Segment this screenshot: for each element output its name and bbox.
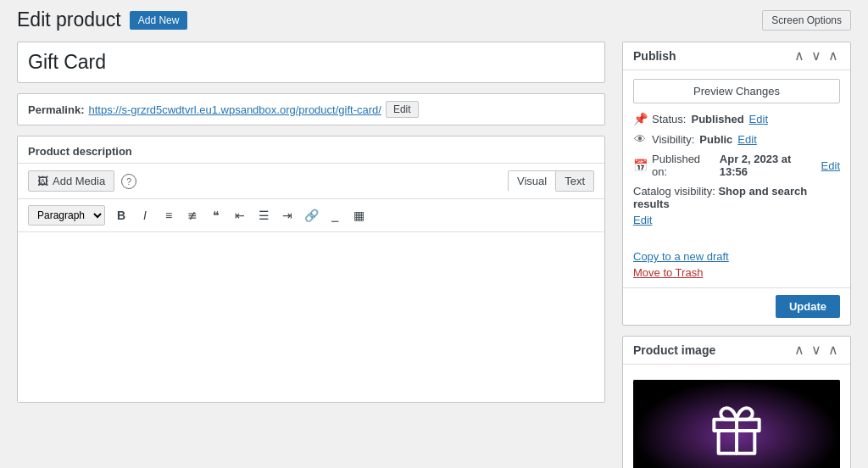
bold-button[interactable]: B <box>110 204 132 226</box>
update-button[interactable]: Update <box>776 295 840 318</box>
product-image-panel: Product image ∧ ∨ ∧ <box>622 336 851 468</box>
move-trash-link[interactable]: Move to Trash <box>633 266 840 279</box>
editor-toolbar-top: 🖼 Add Media ? Visual Text <box>18 164 604 199</box>
main-content: Permalink: https://s-grzrd5cwdtvrl.eu1.w… <box>17 42 851 468</box>
publish-footer-links: Copy to a new draft Move to Trash <box>623 243 850 287</box>
product-image-thumbnail[interactable] <box>633 380 840 468</box>
editor-box: Product description 🖼 Add Media ? Visual… <box>17 136 605 403</box>
published-on-edit-link[interactable]: Edit <box>821 159 840 172</box>
published-on-row: 📅 Published on: Apr 2, 2023 at 13:56 Edi… <box>633 153 840 178</box>
editor-title: Product description <box>28 145 132 158</box>
product-image-panel-body <box>623 365 850 468</box>
align-right-button[interactable]: ⇥ <box>276 204 298 226</box>
catalog-visibility-section: Catalog visibility: Shop and search resu… <box>633 185 840 226</box>
preview-changes-button[interactable]: Preview Changes <box>633 79 840 103</box>
permalink-label: Permalink: <box>28 103 84 116</box>
add-media-button[interactable]: 🖼 Add Media <box>28 170 114 192</box>
copy-draft-link[interactable]: Copy to a new draft <box>633 250 840 263</box>
sidebar: Publish ∧ ∨ ∧ Preview Changes 📌 Status: … <box>622 42 851 468</box>
italic-button[interactable]: I <box>134 204 156 226</box>
publish-collapse-button[interactable]: ∧ <box>826 49 840 63</box>
paragraph-select[interactable]: Paragraph <box>28 205 105 226</box>
page-header: Edit product Add New Screen Options <box>17 8 851 31</box>
visibility-value: Public <box>699 133 732 146</box>
help-icon[interactable]: ? <box>121 174 136 189</box>
align-left-button[interactable]: ⇤ <box>229 204 251 226</box>
publish-panel-controls: ∧ ∨ ∧ <box>793 49 840 63</box>
publish-panel: Publish ∧ ∨ ∧ Preview Changes 📌 Status: … <box>622 42 851 326</box>
publish-collapse-down-button[interactable]: ∨ <box>810 49 823 63</box>
pin-icon: 📌 <box>633 112 647 125</box>
text-tab[interactable]: Text <box>556 170 594 192</box>
product-image-collapse-button[interactable]: ∧ <box>826 343 840 357</box>
product-image-collapse-up-button[interactable]: ∧ <box>793 343 806 357</box>
catalog-visibility-edit-link[interactable]: Edit <box>633 214 840 226</box>
editor-format-bar: Paragraph B I ≡ ≢ ❝ ⇤ ☰ ⇥ 🔗 ⎯ ▦ <box>18 199 604 232</box>
visibility-label: Visibility: <box>652 133 694 146</box>
product-image-collapse-down-button[interactable]: ∨ <box>810 343 823 357</box>
publish-panel-title: Publish <box>633 49 676 63</box>
publish-panel-body: Preview Changes 📌 Status: Published Edit… <box>623 70 850 243</box>
content-left: Permalink: https://s-grzrd5cwdtvrl.eu1.w… <box>17 42 605 468</box>
page-title: Edit product <box>17 8 121 31</box>
product-image-panel-title: Product image <box>633 343 715 357</box>
editor-header: Product description <box>18 136 604 164</box>
catalog-visibility-label: Catalog visibility: <box>633 185 715 198</box>
edit-permalink-button[interactable]: Edit <box>386 101 419 118</box>
status-row: 📌 Status: Published Edit <box>633 112 840 125</box>
visibility-edit-link[interactable]: Edit <box>737 133 756 146</box>
calendar-icon: 📅 <box>633 159 647 172</box>
visibility-row: 👁 Visibility: Public Edit <box>633 132 840 146</box>
published-on-label: Published on: <box>652 153 715 178</box>
publish-panel-footer: Update <box>623 287 850 325</box>
permalink-row: Permalink: https://s-grzrd5cwdtvrl.eu1.w… <box>17 93 605 125</box>
add-new-button[interactable]: Add New <box>130 11 188 30</box>
eye-icon: 👁 <box>633 132 647 146</box>
publish-panel-header: Publish ∧ ∨ ∧ <box>623 42 850 70</box>
product-image-panel-header: Product image ∧ ∨ ∧ <box>623 337 850 365</box>
visual-text-tabs: Visual Text <box>508 170 594 192</box>
publish-collapse-up-button[interactable]: ∧ <box>793 49 806 63</box>
product-image-panel-controls: ∧ ∨ ∧ <box>793 343 840 357</box>
align-center-button[interactable]: ☰ <box>253 204 275 226</box>
editor-content-area[interactable] <box>18 232 604 402</box>
visual-tab[interactable]: Visual <box>508 170 556 192</box>
add-media-icon: 🖼 <box>37 175 48 187</box>
gift-icon <box>709 404 764 467</box>
unordered-list-button[interactable]: ≡ <box>158 204 180 226</box>
status-edit-link[interactable]: Edit <box>749 113 768 125</box>
link-button[interactable]: 🔗 <box>300 204 322 226</box>
published-on-value: Apr 2, 2023 at 13:56 <box>720 153 816 178</box>
screen-options-button[interactable]: Screen Options <box>762 10 851 31</box>
product-title-input[interactable] <box>17 42 605 83</box>
table-button[interactable]: ▦ <box>348 204 370 226</box>
permalink-link[interactable]: https://s-grzrd5cwdtvrl.eu1.wpsandbox.or… <box>88 103 381 116</box>
status-value: Published <box>691 113 743 125</box>
status-label: Status: <box>652 113 686 125</box>
add-media-label: Add Media <box>53 175 105 187</box>
ordered-list-button[interactable]: ≢ <box>181 204 203 226</box>
catalog-visibility-text: Catalog visibility: Shop and search resu… <box>633 185 840 210</box>
horizontal-rule-button[interactable]: ⎯ <box>324 204 346 226</box>
blockquote-button[interactable]: ❝ <box>205 204 227 226</box>
